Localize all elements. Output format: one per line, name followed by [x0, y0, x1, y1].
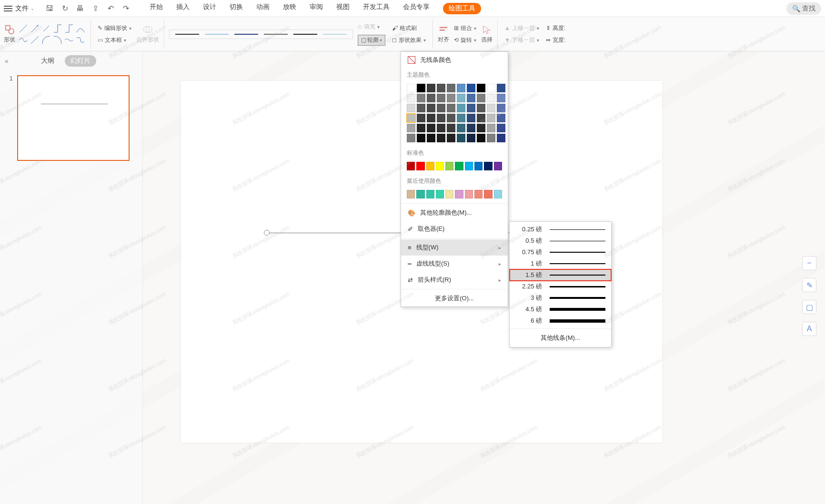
color-swatch[interactable]	[497, 84, 505, 92]
fit-tool-button[interactable]: ▢	[802, 300, 816, 314]
tab-view[interactable]: 视图	[336, 3, 350, 14]
save-icon[interactable]: 🖫	[45, 4, 54, 13]
move-up-button[interactable]: ▲上移一层▾	[503, 23, 541, 33]
tab-slideshow[interactable]: 放映	[283, 3, 296, 14]
color-swatch[interactable]	[497, 104, 505, 112]
color-swatch[interactable]	[455, 190, 463, 198]
more-lines-item[interactable]: 其他线条(M)...	[510, 328, 611, 345]
rotate-button[interactable]: ⟲旋转▾	[452, 35, 478, 45]
weight-option[interactable]: 0.25 磅	[510, 224, 611, 235]
line-shape[interactable]	[18, 23, 29, 34]
move-down-button[interactable]: ▼下移一层▾	[503, 35, 541, 45]
color-swatch[interactable]	[497, 94, 505, 102]
app-menu-icon[interactable]	[4, 6, 12, 11]
color-swatch[interactable]	[457, 84, 465, 92]
color-swatch[interactable]	[407, 124, 415, 132]
weight-option[interactable]: 6 磅	[510, 315, 611, 326]
shape-effects-button[interactable]: ◻形状效果▾	[390, 35, 428, 45]
color-swatch[interactable]	[497, 124, 505, 132]
slide-thumbnail-1[interactable]	[17, 75, 130, 161]
color-swatch[interactable]	[417, 114, 425, 122]
undo-icon[interactable]: ↶	[106, 4, 115, 13]
color-swatch[interactable]	[416, 190, 424, 198]
elbow-shape[interactable]	[52, 23, 63, 34]
tab-design[interactable]: 设计	[203, 3, 216, 14]
elbow-arrow-shape[interactable]	[64, 23, 74, 34]
color-swatch[interactable]	[465, 190, 473, 198]
tab-drawing-tools[interactable]: 绘图工具	[443, 3, 481, 14]
color-swatch[interactable]	[417, 124, 425, 132]
file-menu[interactable]: 文件 ⌄	[15, 4, 34, 13]
weight-option[interactable]: 3 磅	[510, 292, 611, 304]
color-swatch[interactable]	[487, 134, 495, 142]
color-swatch[interactable]	[407, 84, 415, 92]
color-swatch[interactable]	[477, 94, 485, 102]
color-swatch[interactable]	[487, 94, 495, 102]
collapse-icon[interactable]: «	[5, 57, 9, 65]
color-swatch[interactable]	[467, 84, 475, 92]
color-swatch[interactable]	[427, 134, 435, 142]
connector3[interactable]	[41, 35, 51, 45]
textbox-button[interactable]: ▭文本框▾	[96, 35, 133, 45]
search-input[interactable]: 🔍 查找	[786, 2, 821, 15]
tab-animation[interactable]: 动画	[256, 3, 270, 14]
color-swatch[interactable]	[455, 162, 463, 170]
color-swatch[interactable]	[467, 124, 475, 132]
s-curve-shape[interactable]	[75, 35, 86, 45]
color-swatch[interactable]	[477, 104, 485, 112]
dash-type-item[interactable]: ┅ 虚线线型(S) ▸	[401, 256, 508, 272]
shapes-gallery[interactable]	[18, 23, 86, 45]
tab-transition[interactable]: 切换	[230, 3, 243, 14]
color-swatch[interactable]	[407, 104, 415, 112]
color-swatch[interactable]	[477, 114, 485, 122]
line-style-6[interactable]	[323, 34, 347, 35]
color-swatch[interactable]	[487, 104, 495, 112]
line-style-3[interactable]	[234, 34, 258, 35]
connector4[interactable]	[52, 35, 63, 45]
no-line-item[interactable]: 无线条颜色	[401, 52, 508, 68]
color-swatch[interactable]	[436, 190, 444, 198]
color-swatch[interactable]	[427, 124, 435, 132]
tab-member[interactable]: 会员专享	[403, 3, 430, 14]
line-type-item[interactable]: ≡ 线型(W) ▸	[401, 239, 508, 256]
resize-handle-left[interactable]	[264, 230, 270, 236]
weight-option[interactable]: 0.75 磅	[510, 247, 611, 258]
color-swatch[interactable]	[417, 134, 425, 142]
side-tab-outline[interactable]: 大纲	[35, 55, 60, 67]
color-swatch[interactable]	[447, 94, 455, 102]
color-swatch[interactable]	[447, 124, 455, 132]
color-swatch[interactable]	[417, 104, 425, 112]
align-button[interactable]: 对齐	[438, 24, 449, 44]
color-swatch[interactable]	[494, 162, 502, 170]
color-swatch[interactable]	[465, 162, 473, 170]
tab-review[interactable]: 审阅	[310, 3, 323, 14]
side-tab-slides[interactable]: 幻灯片	[65, 55, 96, 67]
weight-option[interactable]: 0.5 磅	[510, 235, 611, 247]
format-painter-button[interactable]: 🖌格式刷	[390, 23, 428, 33]
color-swatch[interactable]	[437, 104, 445, 112]
more-colors-item[interactable]: 🎨 其他轮廓颜色(M)...	[401, 205, 508, 221]
weight-option[interactable]: 1 磅	[510, 258, 611, 269]
arrow-shape[interactable]	[30, 23, 40, 34]
color-swatch[interactable]	[426, 162, 434, 170]
color-swatch[interactable]	[457, 124, 465, 132]
arrow-style-item[interactable]: ⇄ 箭头样式(R) ▸	[401, 272, 508, 288]
color-swatch[interactable]	[447, 104, 455, 112]
color-swatch[interactable]	[467, 134, 475, 142]
color-swatch[interactable]	[437, 114, 445, 122]
connector1[interactable]	[18, 35, 29, 45]
export-icon[interactable]: ⇪	[91, 4, 100, 13]
color-swatch[interactable]	[457, 104, 465, 112]
print-icon[interactable]: 🖶	[75, 4, 85, 13]
color-swatch[interactable]	[437, 84, 445, 92]
shapes-button[interactable]: 形状	[4, 24, 15, 44]
color-swatch[interactable]	[497, 134, 505, 142]
connector2[interactable]	[30, 35, 40, 45]
color-swatch[interactable]	[417, 94, 425, 102]
color-swatch[interactable]	[447, 84, 455, 92]
color-swatch[interactable]	[497, 114, 505, 122]
edit-shape-button[interactable]: ✎编辑形状▾	[96, 23, 133, 33]
line-style-2[interactable]	[205, 34, 229, 35]
redo-icon[interactable]: ↷	[121, 4, 131, 13]
color-swatch[interactable]	[427, 114, 435, 122]
